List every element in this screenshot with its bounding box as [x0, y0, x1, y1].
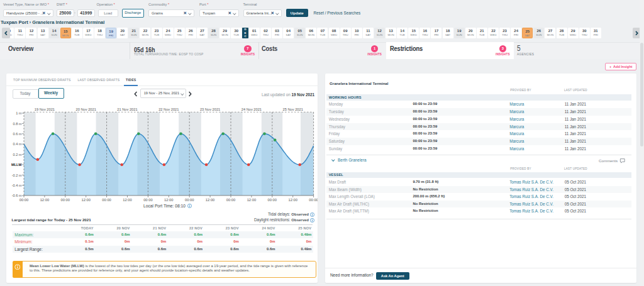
svg-text:-0.6 m: -0.6 m [12, 194, 22, 197]
svg-text:20 Nov 2021: 20 Nov 2021 [76, 107, 96, 111]
svg-text:00:00: 00:00 [309, 198, 318, 202]
svg-text:12:00: 12:00 [164, 198, 174, 202]
svg-text:0.6 m: 0.6 m [13, 132, 22, 136]
svg-text:00:00: 00:00 [102, 198, 111, 202]
svg-text:-0.2 m: -0.2 m [12, 173, 22, 177]
svg-text:24 Nov 2021: 24 Nov 2021 [242, 107, 262, 111]
svg-text:00:00: 00:00 [226, 198, 236, 202]
svg-text:0.4 m: 0.4 m [13, 142, 22, 146]
svg-text:MLLW: MLLW [11, 163, 22, 167]
svg-text:12:00: 12:00 [123, 198, 132, 202]
svg-text:12:00: 12:00 [206, 198, 215, 202]
svg-text:00:00: 00:00 [268, 198, 277, 202]
svg-text:00:00: 00:00 [61, 198, 70, 202]
svg-text:1 m: 1 m [16, 111, 22, 115]
svg-text:12:00: 12:00 [247, 198, 257, 202]
svg-text:25 Nov 2021: 25 Nov 2021 [283, 107, 303, 111]
svg-text:23 Nov 2021: 23 Nov 2021 [200, 107, 220, 111]
svg-text:22 Nov 2021: 22 Nov 2021 [158, 107, 179, 111]
svg-text:12:00: 12:00 [288, 198, 297, 202]
svg-text:00:00: 00:00 [185, 198, 194, 202]
svg-text:00:00: 00:00 [143, 198, 153, 202]
svg-text:0.2 m: 0.2 m [13, 153, 22, 157]
svg-text:00:00: 00:00 [19, 198, 29, 202]
svg-text:12:00: 12:00 [81, 198, 91, 202]
svg-text:-0.4 m: -0.4 m [12, 184, 22, 187]
svg-text:12:00: 12:00 [40, 198, 50, 202]
svg-text:21 Nov 2021: 21 Nov 2021 [117, 107, 137, 111]
svg-text:0.8 m: 0.8 m [13, 122, 22, 126]
svg-text:19 Nov 2021: 19 Nov 2021 [35, 107, 55, 111]
